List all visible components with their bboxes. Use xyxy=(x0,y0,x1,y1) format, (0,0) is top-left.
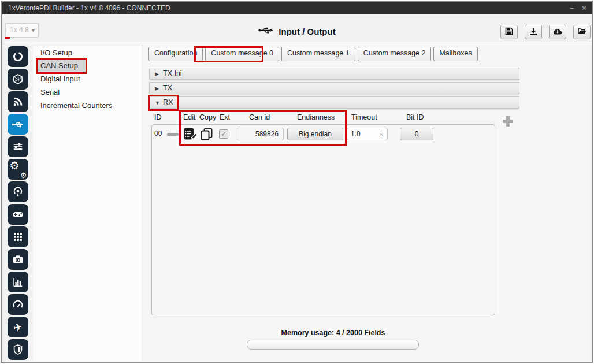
col-header-copy: Copy xyxy=(199,113,216,122)
timeout-value: 1.0 xyxy=(351,130,361,138)
col-header-id: ID xyxy=(154,113,162,122)
rss-telemetry-icon xyxy=(12,95,24,108)
grid-icon xyxy=(12,231,24,243)
camera-icon xyxy=(12,253,24,266)
tab-custom-message-2[interactable]: Custom message 2 xyxy=(358,47,432,61)
sidebar-item-automations[interactable]: ⚙ ⚙ xyxy=(8,159,28,180)
drag-handle[interactable] xyxy=(167,133,179,136)
sidebar-item-control[interactable] xyxy=(8,136,28,157)
timeout-field[interactable]: 1.0 s xyxy=(346,128,388,140)
tab-mailboxes[interactable]: Mailboxes xyxy=(433,47,477,61)
col-header-timeout: Timeout xyxy=(351,113,377,122)
collapsed-triangle-icon: ▶ xyxy=(155,69,163,80)
version-dropdown[interactable]: 1x 4.8 ▾ xyxy=(5,23,39,38)
gauge-icon xyxy=(12,298,24,311)
col-header-edit: Edit xyxy=(183,113,196,122)
app-icon-rail: ⚙ ⚙ xyxy=(3,46,32,361)
sidebar-item-input-output[interactable] xyxy=(8,114,28,135)
sidebar-item-telemetry[interactable] xyxy=(8,91,28,112)
tab-configuration[interactable]: Configuration xyxy=(148,47,203,61)
edit-list-pencil-icon xyxy=(183,133,198,143)
gamepad-icon xyxy=(12,208,24,221)
memory-usage-label: Memory usage: 4 / 2000 Fields xyxy=(147,329,519,337)
add-row-button[interactable] xyxy=(500,114,515,129)
endianness-button[interactable]: Big endian xyxy=(287,128,343,140)
power-ring-icon xyxy=(12,50,24,63)
open-folder-icon xyxy=(577,27,586,38)
sidebar-item-hud[interactable] xyxy=(8,294,28,315)
ext-checkbox[interactable]: ✓ xyxy=(219,129,228,139)
window-title: 1xVerontePDI Builder - 1x v4.8 4096 - CO… xyxy=(8,4,170,12)
nav-item-io-setup[interactable]: I/O Setup xyxy=(38,47,77,60)
section-tx[interactable]: ▶TX xyxy=(149,82,519,94)
usb-io-icon xyxy=(11,118,24,131)
nav-item-can-setup[interactable]: CAN Setup xyxy=(38,60,87,72)
plus-icon xyxy=(500,121,515,131)
bit-id-button[interactable]: 0 xyxy=(400,128,433,140)
version-value: 1x 4.8 xyxy=(10,26,29,34)
sidebar-item-stick[interactable] xyxy=(8,204,28,225)
cloud-download-button[interactable] xyxy=(549,25,566,39)
save-button[interactable] xyxy=(500,25,518,39)
section-label: RX xyxy=(163,98,173,106)
sidebar-item-platform[interactable] xyxy=(8,69,28,90)
sidebar-item-power-ring[interactable] xyxy=(8,46,28,67)
col-header-endianness: Endianness xyxy=(297,113,335,122)
broadcast-icon xyxy=(12,185,24,198)
col-header-can-id: Can id xyxy=(249,113,270,122)
tab-custom-message-0[interactable]: Custom message 0 xyxy=(205,47,279,61)
sidebar-item-telemetry-chart[interactable] xyxy=(8,272,28,292)
section-label: TX xyxy=(163,84,172,92)
close-button[interactable]: × xyxy=(580,2,589,14)
bar-chart-icon xyxy=(12,276,24,288)
sidebar-item-camera[interactable] xyxy=(8,249,28,270)
sliders-icon xyxy=(12,140,24,153)
chevron-down-icon: ▾ xyxy=(32,24,35,37)
section-rx[interactable]: ▼RX xyxy=(149,96,519,109)
title-bar: 1xVerontePDI Builder - 1x v4.8 4096 - CO… xyxy=(2,2,592,14)
col-header-ext: Ext xyxy=(220,113,230,122)
annotation-fragment xyxy=(5,37,10,39)
shield-icon xyxy=(12,343,24,356)
rx-rows-container xyxy=(151,124,495,315)
timeout-unit: s xyxy=(380,128,384,140)
collapsed-triangle-icon: ▶ xyxy=(155,83,163,94)
copy-button[interactable] xyxy=(199,127,214,144)
sidebar-item-comms[interactable] xyxy=(8,181,28,202)
gear-small-icon: ⚙ xyxy=(20,172,27,179)
tab-bar: Configuration Custom message 0 Custom me… xyxy=(148,47,478,61)
sidebar-item-flight[interactable]: ✈ xyxy=(8,317,28,337)
gears-icon: ⚙ xyxy=(10,160,20,171)
expanded-triangle-icon: ▼ xyxy=(155,98,163,109)
hexagon-network-icon xyxy=(12,73,24,86)
col-header-bit-id: Bit ID xyxy=(406,113,424,122)
row-id: 00 xyxy=(154,129,162,138)
download-icon xyxy=(529,27,538,38)
memory-usage-progressbar xyxy=(247,340,419,350)
nav-item-incremental-counters[interactable]: Incremental Counters xyxy=(38,99,117,112)
edit-button[interactable] xyxy=(183,127,198,144)
copy-pages-icon xyxy=(199,133,214,143)
save-floppy-icon xyxy=(504,27,514,38)
section-label: TX Ini xyxy=(163,69,182,77)
minimize-button[interactable]: – xyxy=(567,2,577,14)
can-id-field[interactable]: 589826 xyxy=(237,128,284,140)
toolbar-buttons xyxy=(500,25,591,39)
open-file-button[interactable] xyxy=(573,25,591,39)
nav-item-digital-input[interactable]: Digital Input xyxy=(38,73,85,86)
tab-custom-message-1[interactable]: Custom message 1 xyxy=(281,47,355,61)
nav-item-serial[interactable]: Serial xyxy=(38,86,64,99)
section-tx-ini[interactable]: ▶TX Ini xyxy=(149,68,519,80)
download-button[interactable] xyxy=(525,25,542,39)
sidebar-item-safety[interactable] xyxy=(8,339,28,360)
sidebar-item-tables[interactable] xyxy=(8,226,28,247)
airplane-icon: ✈ xyxy=(12,320,23,335)
cloud-download-icon xyxy=(553,27,562,38)
